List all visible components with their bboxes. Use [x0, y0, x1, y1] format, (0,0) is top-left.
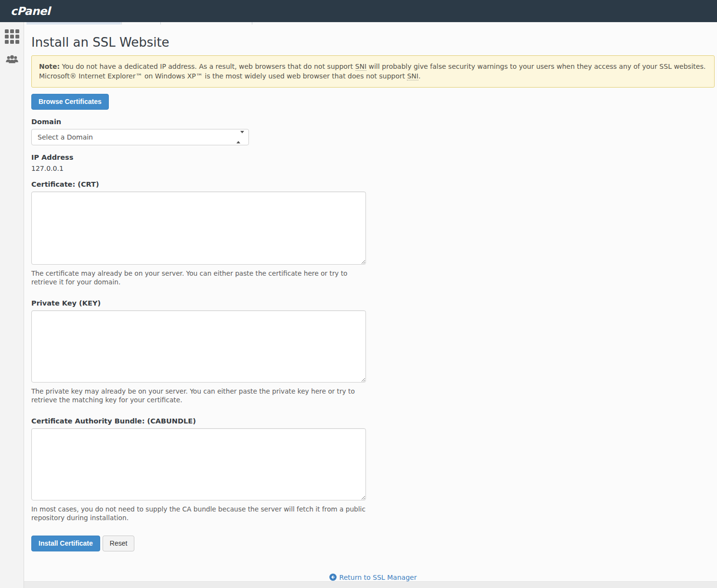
page-title: Install an SSL Website [31, 35, 715, 50]
people-glyph [5, 52, 19, 67]
cabundle-label: Certificate Authority Bundle: (CABUNDLE) [31, 417, 715, 425]
cpanel-logo[interactable]: cPanel [11, 5, 50, 17]
user-groups-icon[interactable] [3, 51, 21, 68]
install-certificate-button[interactable]: Install Certificate [31, 536, 100, 551]
certificate-crt-label: Certificate: (CRT) [31, 180, 715, 188]
arrow-circle-left-icon [329, 574, 337, 581]
cabundle-textarea[interactable] [31, 428, 366, 500]
note-text: You do not have a dedicated IP address. … [60, 63, 355, 70]
tab-divider [121, 22, 122, 25]
sni-warning-note: Note: You do not have a dedicated IP add… [31, 55, 715, 88]
certificate-help-text: The certificate may already be on your s… [31, 269, 366, 287]
page-footer-strip [24, 581, 717, 588]
domain-select-value: Select a Domain [38, 133, 93, 141]
left-sidebar [0, 22, 24, 588]
reset-button[interactable]: Reset [103, 536, 135, 551]
grid-glyph [5, 29, 19, 44]
tab-divider [160, 22, 161, 25]
browse-certificates-button[interactable]: Browse Certificates [31, 94, 109, 110]
tab-divider [252, 22, 252, 25]
note-label: Note: [39, 63, 60, 70]
certificate-crt-textarea[interactable] [31, 192, 366, 265]
private-key-help-text: The private key may already be on your s… [31, 387, 366, 405]
main-content: Install an SSL Website Note: You do not … [25, 25, 717, 588]
sni-abbr: SNI [407, 72, 418, 80]
apps-grid-icon[interactable] [3, 28, 21, 45]
select-arrows-icon [236, 133, 244, 141]
note-text: . [418, 72, 420, 80]
ip-address-label: IP Address [31, 153, 715, 161]
private-key-textarea[interactable] [31, 310, 366, 383]
ip-address-value: 127.0.0.1 [31, 165, 715, 172]
domain-label: Domain [31, 118, 715, 126]
return-link-label: Return to SSL Manager [339, 574, 417, 581]
cabundle-help-text: In most cases, you do not need to supply… [31, 505, 366, 523]
active-tab-edge [26, 22, 121, 25]
top-navbar: cPanel [0, 0, 717, 22]
tab-strip-remnant [0, 22, 717, 25]
private-key-label: Private Key (KEY) [31, 299, 715, 307]
domain-select[interactable]: Select a Domain [31, 129, 249, 145]
sni-abbr: SNI [355, 63, 367, 71]
return-to-ssl-manager-link[interactable]: Return to SSL Manager [329, 574, 417, 581]
